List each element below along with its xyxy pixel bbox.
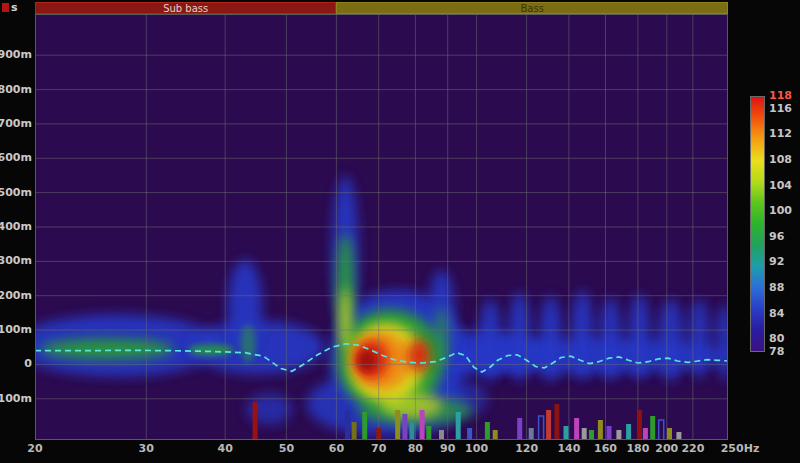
x-tick-label: 90 [440,442,455,455]
y-axis: 900m800m700m600m500m400m300m200m100m0-10… [0,14,33,440]
y-tick-label: 700m [0,117,32,130]
colorbar-tick-label: 118 [769,89,792,102]
colorbar-tick-label: 116 [769,102,792,115]
x-tick-label: 250Hz [721,442,760,455]
y-tick-label: 400m [0,220,32,233]
spectrogram-window: s Sub bass Bass 900m800m700m600m500m400m… [0,0,800,463]
colorbar-tick-label: 100 [769,204,792,217]
x-axis: 2030405060708090100120140160180200220250… [35,442,775,458]
colorbar-tick-label: 78 [769,345,784,358]
spectrogram-canvas[interactable] [35,14,728,440]
colorbar-tick-label: 108 [769,153,792,166]
x-tick-label: 40 [218,442,233,455]
colorbar: 118116112108104100969288848078 [750,96,800,362]
spectrogram-plot[interactable] [35,14,728,440]
x-tick-label: 100 [465,442,488,455]
colorbar-tick-label: 96 [769,230,784,243]
y-tick-label: -100m [0,392,32,405]
y-tick-label: 200m [0,289,32,302]
colorbar-tick-label: 104 [769,179,792,192]
x-tick-label: 70 [371,442,386,455]
y-tick-label: 100m [0,323,32,336]
band-sub-bass[interactable]: Sub bass [35,2,336,14]
x-tick-label: 60 [329,442,344,455]
x-tick-label: 20 [27,442,42,455]
y-tick-label: 500m [0,186,32,199]
band-bass[interactable]: Bass [336,2,728,14]
x-tick-label: 220 [681,442,704,455]
y-tick-label: 800m [0,83,32,96]
x-tick-label: 50 [279,442,294,455]
band-sub-bass-label: Sub bass [163,3,208,14]
colorbar-tick-label: 112 [769,127,792,140]
y-tick-label: 600m [0,151,32,164]
colorbar-tick-label: 80 [769,332,784,345]
x-tick-label: 160 [594,442,617,455]
x-tick-label: 80 [408,442,423,455]
x-tick-label: 30 [139,442,154,455]
band-bass-label: Bass [520,3,543,14]
x-tick-label: 120 [515,442,538,455]
colorbar-gradient [750,96,765,352]
x-tick-label: 180 [626,442,649,455]
colorbar-tick-label: 88 [769,281,784,294]
x-tick-label: 140 [557,442,580,455]
colorbar-tick-label: 92 [769,255,784,268]
y-tick-label: 300m [0,254,32,267]
y-axis-unit-label: s [11,1,18,14]
colorbar-tick-label: 84 [769,307,784,320]
colorbar-labels: 118116112108104100969288848078 [769,96,799,362]
red-marker [2,3,9,12]
y-tick-label: 900m [0,48,32,61]
x-tick-label: 200 [655,442,678,455]
y-tick-label: 0 [24,357,32,370]
